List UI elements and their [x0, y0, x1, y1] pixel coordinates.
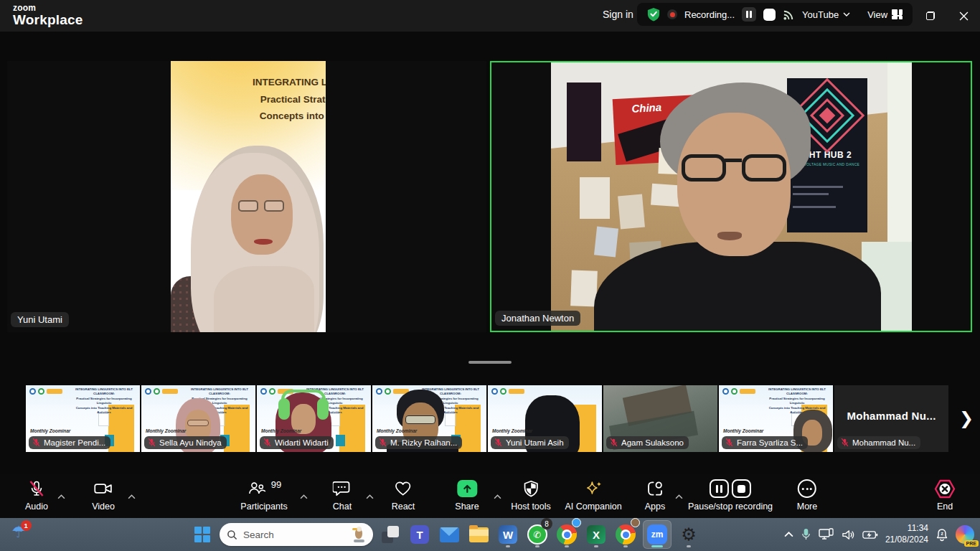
- youtube-stream-menu[interactable]: YouTube: [802, 9, 850, 20]
- thumb-yuni-asih[interactable]: Monthly Zoominar Yuni Utami Asih: [488, 385, 602, 452]
- tray-clock[interactable]: 11:34 21/08/2024: [885, 523, 928, 545]
- meeting-toolbar: Audio Video 99 Participants Chat: [0, 474, 980, 518]
- security-shield-icon[interactable]: [647, 7, 660, 22]
- video-options-chevron[interactable]: [128, 489, 136, 502]
- task-view-icon[interactable]: [378, 520, 402, 549]
- zoom-app-icon-active[interactable]: zm: [643, 520, 672, 549]
- mic-muted-icon: [32, 438, 41, 447]
- video-tile-jonathan-newton-active-speaker[interactable]: China NIGHT HUB 2 HIGH VOLTAGE MUSIC AND…: [490, 61, 972, 332]
- stop-recording-icon[interactable]: [763, 9, 776, 21]
- participant-filmstrip: INTEGRATING LINGUISTICS INTO ELT CLASSRO…: [26, 385, 948, 452]
- share-screen-icon: [457, 480, 477, 497]
- tray-time: 11:34: [885, 523, 928, 534]
- participants-icon: 99: [247, 479, 281, 498]
- teams-icon[interactable]: T: [407, 520, 432, 549]
- pause-stop-recording-button[interactable]: Pause/stop recording: [688, 479, 773, 512]
- meeting-status-group: Recording... YouTube View: [637, 3, 913, 26]
- person-glasses: [187, 420, 209, 426]
- headphone-left: [278, 398, 290, 420]
- slide-title-text: INTEGRATING LING Practical Strateg Conce…: [191, 74, 326, 125]
- windows-logo-icon: [194, 527, 210, 542]
- tray-battery-icon[interactable]: [862, 530, 878, 540]
- tray-notification-bell-icon[interactable]: z: [936, 528, 948, 542]
- react-button[interactable]: React: [392, 479, 415, 512]
- participant-name-label: Jonathan Newton: [495, 311, 580, 326]
- restore-icon: [926, 11, 935, 20]
- copilot-pre-badge: PRE: [964, 540, 979, 547]
- file-explorer-icon[interactable]: [466, 520, 491, 549]
- participant-name-label: Yuni Utami: [11, 312, 69, 327]
- windows-taskbar: ☂ 1 Search T W ✆ 8 X zm ⚙: [0, 518, 980, 551]
- chrome-profile2-icon[interactable]: [613, 520, 638, 549]
- mic-muted-icon: [840, 438, 849, 447]
- video-button[interactable]: Video: [92, 479, 115, 512]
- share-button[interactable]: Share: [455, 479, 479, 512]
- participants-options-chevron[interactable]: [300, 489, 308, 502]
- mic-muted-icon: [725, 438, 734, 447]
- notification-badge: 1: [21, 520, 32, 531]
- apps-button[interactable]: Apps: [645, 479, 666, 512]
- thumb-name-label: Farra Syarliza S...: [722, 436, 808, 449]
- filmstrip-next-button[interactable]: ❯: [957, 405, 976, 431]
- title-bar: zoom Workplace Sign in Recording... YouT…: [0, 0, 980, 32]
- search-placeholder: Search: [243, 529, 346, 540]
- pause-recording-icon[interactable]: [742, 7, 756, 22]
- thumb-widarti[interactable]: INTEGRATING LINGUISTICS INTO ELT CLASSRO…: [257, 385, 371, 452]
- chat-options-chevron[interactable]: [366, 489, 374, 502]
- audio-options-chevron[interactable]: [57, 489, 65, 502]
- thumb-agam[interactable]: Agam Sulaksono: [603, 385, 717, 452]
- chrome-profile-badge: [572, 518, 581, 527]
- end-meeting-button[interactable]: End: [934, 479, 956, 512]
- settings-icon[interactable]: ⚙: [677, 520, 701, 549]
- participants-button[interactable]: 99 Participants: [240, 479, 287, 512]
- layout-resize-handle[interactable]: [468, 361, 512, 364]
- thumb-farra[interactable]: INTEGRATING LINGUISTICS INTO ELT CLASSRO…: [719, 385, 833, 452]
- mic-muted-icon: [28, 479, 45, 498]
- tray-cast-display-icon[interactable]: [819, 528, 834, 541]
- minimize-button[interactable]: [881, 0, 914, 32]
- event-logos: [29, 388, 62, 395]
- chat-bubble-icon: [333, 479, 352, 498]
- copilot-icon[interactable]: PRE: [956, 525, 974, 544]
- stop-recording-icon[interactable]: [732, 479, 751, 498]
- search-box[interactable]: Search: [220, 523, 373, 546]
- pause-recording-icon[interactable]: [710, 479, 729, 498]
- host-tools-button[interactable]: Host tools: [511, 479, 551, 512]
- tray-expand-chevron-icon[interactable]: [784, 532, 793, 537]
- search-icon: [227, 529, 237, 540]
- notification-weather-icon[interactable]: ☂ 1: [11, 523, 26, 542]
- share-options-chevron[interactable]: [494, 489, 501, 502]
- thumb-rizky[interactable]: INTEGRATING LINGUISTICS INTO ELT CLASSRO…: [372, 385, 486, 452]
- chrome-icon[interactable]: [555, 520, 579, 549]
- mail-icon[interactable]: [437, 520, 461, 549]
- chat-button[interactable]: Chat: [333, 479, 352, 512]
- mic-muted-icon: [378, 438, 387, 447]
- tray-microphone-icon[interactable]: [801, 528, 811, 541]
- tray-volume-icon[interactable]: [842, 529, 855, 541]
- restore-button[interactable]: [914, 0, 947, 32]
- audio-button[interactable]: Audio: [25, 479, 48, 512]
- end-hexagon-icon: [934, 479, 956, 498]
- recording-dot-icon: [667, 9, 677, 19]
- ai-companion-button[interactable]: AI Companion: [565, 479, 621, 512]
- system-tray: 11:34 21/08/2024 z PRE: [784, 518, 974, 551]
- chrome-avatar-badge: [631, 518, 640, 527]
- more-button[interactable]: More: [797, 479, 817, 512]
- jonathan-glasses: [682, 154, 796, 183]
- sign-in-button[interactable]: Sign in: [603, 9, 633, 20]
- excel-icon[interactable]: X: [584, 520, 608, 549]
- ai-companion-sparkle-icon: [583, 479, 604, 498]
- video-tile-yuni-utami[interactable]: INTEGRATING LING Practical Strateg Conce…: [7, 61, 486, 332]
- apps-options-chevron[interactable]: [675, 489, 683, 502]
- thumb-magister[interactable]: INTEGRATING LINGUISTICS INTO ELT CLASSRO…: [26, 385, 140, 452]
- whatsapp-icon[interactable]: ✆ 8: [525, 520, 550, 549]
- youtube-label: YouTube: [802, 9, 839, 20]
- yuni-glasses: [238, 200, 288, 213]
- thumb-mohammad[interactable]: Mohammad Nu... Mohammad Nu...: [834, 385, 948, 452]
- thumb-name-label: Sella Ayu Nindya: [144, 436, 227, 449]
- word-icon[interactable]: W: [496, 520, 520, 549]
- thumb-sella[interactable]: INTEGRATING LINGUISTICS INTO ELT CLASSRO…: [141, 385, 255, 452]
- thumb-name-label: Mohammad Nu...: [837, 436, 920, 449]
- start-button[interactable]: [190, 522, 215, 547]
- close-button[interactable]: [947, 0, 980, 32]
